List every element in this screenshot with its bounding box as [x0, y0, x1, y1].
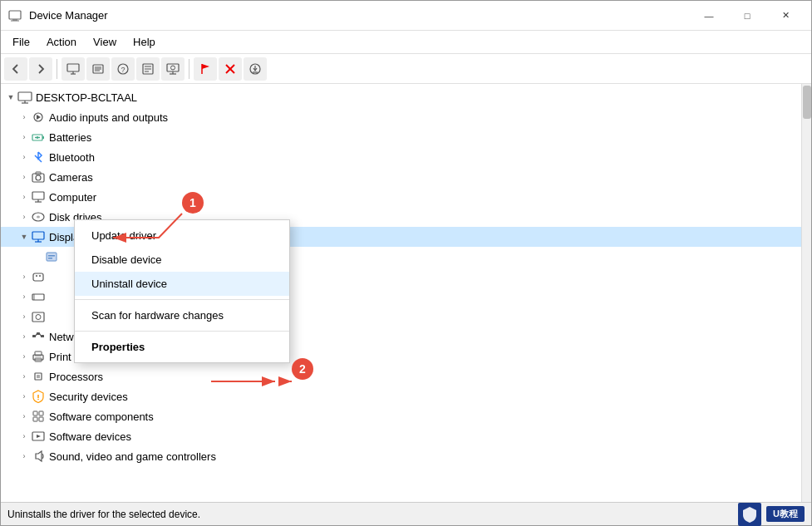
title-bar: Device Manager — □ ✕ — [1, 1, 811, 31]
disk-expander[interactable]: › — [17, 210, 31, 224]
tree-item-cameras[interactable]: › Cameras — [1, 167, 801, 187]
print-expander[interactable]: › — [17, 350, 31, 363]
ctx-separator-2 — [75, 331, 289, 332]
computer-expander[interactable]: › — [17, 190, 31, 204]
display-child-expander — [31, 250, 44, 263]
context-menu: Update driver Disable device Uninstall d… — [74, 219, 290, 363]
svg-rect-33 — [42, 136, 44, 139]
main-area: ▼ DESKTOP-BCLTAAL › Audio inputs and out… — [1, 84, 811, 502]
batteries-expander[interactable]: › — [17, 130, 31, 144]
processors-icon — [31, 369, 46, 384]
scrollbar-thumb[interactable] — [803, 86, 811, 119]
tree-item-computer[interactable]: › Computer — [1, 187, 801, 207]
svg-point-37 — [36, 175, 41, 180]
sound-expander[interactable]: › — [17, 450, 31, 463]
sw-devices-expander[interactable]: › — [17, 430, 31, 443]
computer-label: Computer — [49, 191, 801, 204]
network-icon — [31, 329, 46, 344]
root-expander[interactable]: ▼ — [4, 91, 17, 104]
audio-expander[interactable]: › — [17, 111, 31, 124]
menu-view[interactable]: View — [85, 32, 125, 52]
tree-item-sw-components[interactable]: › Software components — [1, 406, 801, 426]
svg-rect-27 — [18, 92, 32, 101]
maximize-button[interactable]: □ — [728, 3, 766, 28]
svg-text:?: ? — [121, 66, 125, 74]
menu-file[interactable]: File — [4, 32, 38, 52]
ctx-disable-device[interactable]: Disable device — [75, 248, 289, 272]
tree-item-batteries[interactable]: › Batteries — [1, 127, 801, 147]
forward-button[interactable] — [29, 57, 52, 81]
svg-rect-49 — [48, 258, 52, 259]
back-button[interactable] — [4, 57, 27, 81]
svg-point-68 — [37, 399, 39, 401]
svg-rect-55 — [32, 312, 44, 322]
flag-icon-btn[interactable] — [194, 57, 217, 81]
computer-icon-btn[interactable] — [62, 57, 85, 81]
svg-marker-31 — [37, 115, 41, 120]
annotation-2: 2 — [292, 358, 313, 380]
svg-rect-44 — [32, 232, 44, 239]
close-button[interactable]: ✕ — [766, 3, 805, 28]
network-expander[interactable]: › — [17, 330, 31, 343]
processors-label: Processors — [49, 371, 801, 383]
help-icon-btn[interactable]: ? — [111, 57, 135, 81]
hid-icon — [31, 269, 46, 284]
watermark-label: U教程 — [766, 506, 805, 522]
svg-rect-39 — [32, 192, 44, 199]
sw-components-expander[interactable]: › — [17, 410, 31, 423]
hid-expander[interactable]: › — [17, 270, 31, 283]
scrollbar[interactable] — [801, 84, 811, 502]
svg-rect-58 — [37, 332, 40, 335]
svg-rect-50 — [33, 273, 43, 281]
delete-icon-btn[interactable] — [219, 57, 242, 81]
ctx-scan-changes[interactable]: Scan for hardware changes — [75, 303, 289, 327]
svg-rect-48 — [48, 255, 55, 257]
bluetooth-expander[interactable]: › — [17, 150, 31, 164]
computer-icon — [31, 189, 46, 204]
ctx-properties[interactable]: Properties — [75, 335, 289, 359]
menu-help[interactable]: Help — [125, 32, 164, 52]
tree-item-security[interactable]: › Security devices — [1, 386, 801, 406]
svg-rect-0 — [9, 11, 21, 19]
sw-devices-label: Software devices — [49, 430, 801, 443]
audio-label: Audio inputs and outputs — [49, 111, 801, 124]
security-label: Security devices — [49, 391, 801, 403]
tree-item-bluetooth[interactable]: › Bluetooth — [1, 147, 801, 167]
print-icon — [31, 349, 46, 364]
tree-item-sw-devices[interactable]: › Software devices — [1, 426, 801, 446]
properties-icon-btn[interactable] — [136, 57, 160, 81]
root-icon — [17, 90, 32, 105]
toolbar: ? — [1, 54, 811, 84]
monitor-icon-btn[interactable] — [161, 57, 185, 81]
sound-icon — [31, 449, 46, 464]
ctx-uninstall-device[interactable]: Uninstall device — [75, 272, 289, 296]
tree-root[interactable]: ▼ DESKTOP-BCLTAAL — [1, 87, 801, 107]
svg-rect-69 — [33, 411, 37, 415]
tree-item-audio[interactable]: › Audio inputs and outputs — [1, 107, 801, 127]
svg-rect-16 — [167, 64, 179, 71]
status-text: Uninstalls the driver for the selected d… — [7, 509, 200, 520]
download-icon-btn[interactable] — [244, 57, 267, 81]
processors-expander[interactable]: › — [17, 370, 31, 383]
svg-rect-3 — [67, 64, 79, 71]
list-icon-btn[interactable] — [86, 57, 110, 81]
tree-item-processors[interactable]: › Processors — [1, 366, 801, 386]
ide-expander[interactable]: › — [17, 290, 31, 303]
cameras-expander[interactable]: › — [17, 170, 31, 184]
svg-rect-70 — [39, 411, 43, 415]
window-title: Device Manager — [29, 9, 690, 22]
batteries-icon — [31, 130, 46, 145]
tree-item-sound[interactable]: › Sound, video and game controllers — [1, 446, 801, 466]
svg-marker-21 — [202, 64, 209, 69]
cameras-label: Cameras — [49, 171, 801, 184]
ctx-update-driver[interactable]: Update driver — [75, 224, 289, 248]
minimize-button[interactable]: — — [690, 3, 728, 28]
svg-point-56 — [36, 315, 41, 320]
batteries-label: Batteries — [49, 131, 801, 144]
toolbar-separator-1 — [57, 59, 57, 79]
display-expander[interactable]: ▼ — [17, 230, 31, 243]
display-child-icon — [44, 249, 59, 264]
menu-action[interactable]: Action — [38, 32, 85, 52]
imaging-expander[interactable]: › — [17, 310, 31, 323]
security-expander[interactable]: › — [17, 390, 31, 403]
